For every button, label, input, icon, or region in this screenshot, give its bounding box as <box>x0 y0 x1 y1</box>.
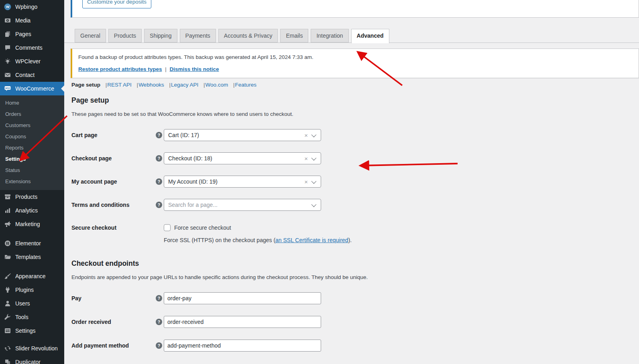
subnav-current-page-setup: Page setup <box>71 82 100 88</box>
checkout-page-select[interactable]: Checkout (ID: 18) × <box>164 152 321 164</box>
ssl-certificate-link[interactable]: an SSL Certificate is required <box>275 237 348 243</box>
sidebar-item-media-label: Media <box>15 17 31 24</box>
cart-page-select-value: Cart (ID: 17) <box>164 132 303 138</box>
tab-shipping[interactable]: Shipping <box>144 29 177 42</box>
sidebar-item-users[interactable]: Users <box>0 297 64 310</box>
force-secure-checkout-checkbox[interactable] <box>164 224 171 231</box>
terms-conditions-row: Terms and conditions ? Search for a page… <box>64 199 345 211</box>
sidebar-item-templates[interactable]: Templates <box>0 250 64 264</box>
sidebar-item-slider-revolution-label: Slider Revolution <box>15 345 58 352</box>
sidebar-item-duplicator[interactable]: Duplicator <box>0 355 64 364</box>
tab-accounts-privacy[interactable]: Accounts & Privacy <box>218 29 278 42</box>
submenu-item-coupons[interactable]: Coupons <box>0 131 64 142</box>
pages-icon <box>4 31 12 37</box>
sidebar-item-wpclever-label: WPClever <box>15 58 41 65</box>
submenu-item-reports[interactable]: Reports <box>0 142 64 154</box>
my-account-page-select[interactable]: My Account (ID: 19) × <box>164 176 321 188</box>
duplicator-icon <box>4 359 12 364</box>
sidebar-item-products[interactable]: Products <box>0 190 64 204</box>
sidebar-item-settings[interactable]: Settings <box>0 324 64 338</box>
submenu-item-status[interactable]: Status <box>0 165 64 176</box>
tab-advanced[interactable]: Advanced <box>351 29 389 43</box>
tab-general[interactable]: General <box>75 29 106 42</box>
customize-deposits-button[interactable]: Customize your deposits <box>82 0 151 8</box>
help-icon[interactable]: ? <box>156 155 162 162</box>
sidebar-item-wpclever[interactable]: WPClever <box>0 55 64 68</box>
sidebar-item-plugins[interactable]: Plugins <box>0 283 64 297</box>
sidebar-item-pages[interactable]: Pages <box>0 27 64 41</box>
cart-page-label: Cart page <box>71 132 98 138</box>
tab-integration[interactable]: Integration <box>311 29 348 42</box>
submenu-item-customers[interactable]: Customers <box>0 120 64 131</box>
sidebar-item-elementor[interactable]: Elementor <box>0 237 64 250</box>
help-icon[interactable]: ? <box>156 319 162 325</box>
active-menu-notch <box>61 85 64 92</box>
sidebar-item-media[interactable]: Media <box>0 14 64 27</box>
subnav-separator: | <box>137 82 138 88</box>
secure-checkout-label: Secure checkout <box>71 224 116 231</box>
my-account-page-row: My account page ? My Account (ID: 19) × <box>64 176 345 188</box>
subnav-link-webhooks[interactable]: Webhooks <box>138 82 164 88</box>
sidebar-item-site[interactable]: W Wpbingo <box>0 0 64 14</box>
subnav-link-legacy-api[interactable]: Legacy API <box>171 82 198 88</box>
sidebar-item-users-label: Users <box>15 300 30 307</box>
sidebar-item-comments-label: Comments <box>15 44 43 51</box>
sidebar-item-contact[interactable]: Contact <box>0 68 64 82</box>
subnav-link-rest-api[interactable]: REST API <box>107 82 132 88</box>
pay-endpoint-input[interactable] <box>164 292 321 304</box>
submenu-item-settings[interactable]: Settings <box>0 154 64 165</box>
wpclever-lightbulb-icon <box>4 58 12 65</box>
secure-checkout-row: Secure checkout Force secure checkout <box>64 222 345 234</box>
settings-panel-icon <box>4 328 12 334</box>
clear-selection-icon[interactable]: × <box>303 156 311 162</box>
help-icon[interactable]: ? <box>156 342 162 349</box>
clear-selection-icon[interactable]: × <box>303 179 311 185</box>
subnav-link-features[interactable]: Features <box>235 82 256 88</box>
tab-emails[interactable]: Emails <box>280 29 308 42</box>
help-icon[interactable]: ? <box>156 178 162 185</box>
chevron-down-icon <box>311 155 317 160</box>
sidebar-item-analytics[interactable]: Analytics <box>0 204 64 217</box>
cart-page-select[interactable]: Cart (ID: 17) × <box>164 129 321 141</box>
plugin-icon <box>4 287 12 293</box>
terms-conditions-placeholder: Search for a page... <box>164 202 311 208</box>
help-icon[interactable]: ? <box>156 295 162 301</box>
sidebar-item-plugins-label: Plugins <box>15 287 34 293</box>
cart-page-row: Cart page ? Cart (ID: 17) × <box>64 129 345 141</box>
order-received-endpoint-input[interactable] <box>164 316 321 328</box>
sidebar-item-pages-label: Pages <box>15 31 31 37</box>
subnav-separator: | <box>106 82 107 88</box>
slider-revolution-icon <box>4 345 12 352</box>
sidebar-item-slider-revolution[interactable]: Slider Revolution <box>0 342 64 355</box>
tab-products[interactable]: Products <box>108 29 142 42</box>
force-secure-checkout-checkbox-label[interactable]: Force secure checkout <box>174 224 231 231</box>
sidebar-item-tools[interactable]: Tools <box>0 310 64 324</box>
help-icon[interactable]: ? <box>156 202 162 208</box>
submenu-item-extensions[interactable]: Extensions <box>0 176 64 187</box>
order-received-label: Order received <box>71 319 111 325</box>
sidebar-item-comments[interactable]: Comments <box>0 41 64 55</box>
add-payment-method-label: Add payment method <box>71 342 129 349</box>
help-icon[interactable]: ? <box>156 132 162 138</box>
sidebar-item-marketing[interactable]: Marketing <box>0 217 64 231</box>
ssl-description-prefix: Force SSL (HTTPS) on the checkout pages … <box>164 237 275 243</box>
sidebar-item-appearance[interactable]: Appearance <box>0 269 64 283</box>
terms-conditions-select[interactable]: Search for a page... <box>164 199 321 211</box>
tab-payments[interactable]: Payments <box>180 29 216 42</box>
products-box-icon <box>4 194 12 200</box>
clear-selection-icon[interactable]: × <box>303 132 311 138</box>
dismiss-notice-link[interactable]: Dismiss this notice <box>170 66 219 72</box>
checkout-page-label: Checkout page <box>71 155 112 162</box>
submenu-item-orders[interactable]: Orders <box>0 109 64 120</box>
sidebar-item-appearance-label: Appearance <box>15 273 46 279</box>
chevron-down-icon <box>311 178 317 184</box>
sidebar-item-woocommerce[interactable]: WOO WooCommerce <box>0 82 64 95</box>
order-received-endpoint-row: Order received ? <box>64 316 345 328</box>
comments-icon <box>4 44 12 51</box>
add-payment-method-endpoint-input[interactable] <box>164 340 321 352</box>
restore-attributes-link[interactable]: Restore product attributes types <box>78 66 162 72</box>
checkout-page-row: Checkout page ? Checkout (ID: 18) × <box>64 152 345 164</box>
submenu-item-home[interactable]: Home <box>0 97 64 109</box>
terms-conditions-label: Terms and conditions <box>71 202 129 208</box>
subnav-link-woo-com[interactable]: Woo.com <box>206 82 228 88</box>
